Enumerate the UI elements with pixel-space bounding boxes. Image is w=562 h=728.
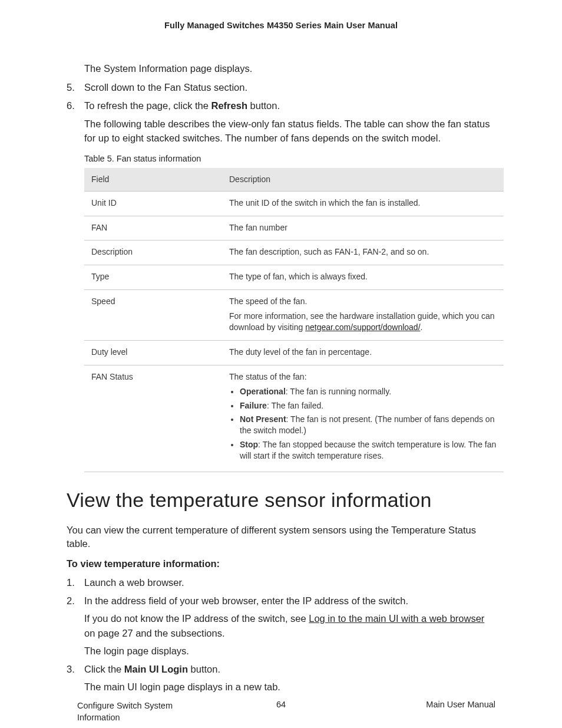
step-number: 3. [67, 662, 75, 677]
step-1: 1. Launch a web browser. [67, 575, 495, 590]
cell-desc: The fan number [222, 216, 504, 241]
para-pre: If you do not know the IP address of the… [84, 613, 309, 624]
cell-field: Description [84, 241, 222, 265]
bullet-bold: Not Present [240, 414, 286, 424]
step-5: 5. Scroll down to the Fan Status section… [67, 80, 495, 95]
step-para-2: The login page displays. [84, 644, 495, 658]
list-item: Operational: The fan is running normally… [240, 386, 497, 397]
step-post: button. [188, 664, 220, 674]
step-text: Click the Main UI Login button. [84, 662, 495, 677]
step-text: In the address field of your web browser… [84, 594, 495, 608]
desc-main: The status of the fan: [229, 372, 307, 381]
intro-para: The System Information page displays. [84, 62, 495, 75]
intro-block: The System Information page displays. [84, 62, 495, 75]
step-text: To refresh the page, click the Refresh b… [84, 98, 495, 113]
step-pre: To refresh the page, click the [84, 100, 211, 111]
step-number: 6. [67, 98, 75, 113]
cell-field: FAN Status [84, 365, 222, 472]
step-para: The following table describes the view-o… [84, 117, 495, 146]
cell-desc: The fan description, such as FAN-1, FAN-… [222, 241, 504, 265]
desc-main: The speed of the fan. [229, 297, 307, 306]
section-para: You can view the current temperature of … [67, 523, 495, 551]
step-pre: Click the [84, 664, 124, 674]
step-para: The main UI login page displays in a new… [84, 680, 495, 694]
step-number: 2. [67, 594, 75, 608]
extra-post: . [421, 322, 423, 332]
desc-extra: For more information, see the hardware i… [229, 311, 497, 333]
step-3: 3. Click the Main UI Login button. The m… [67, 662, 495, 694]
table-row: Description The fan description, such as… [84, 241, 504, 265]
table-row: Duty level The duty level of the fan in … [84, 340, 504, 365]
cell-field: Speed [84, 290, 222, 341]
cell-field: Type [84, 265, 222, 290]
subhead: To view temperature information: [67, 558, 495, 569]
fan-status-table: Field Description Unit ID The unit ID of… [84, 168, 504, 472]
step-text: Launch a web browser. [84, 575, 495, 590]
steps-top: 5. Scroll down to the Fan Status section… [67, 80, 495, 145]
step-bold: Main UI Login [124, 664, 188, 674]
cell-field: Unit ID [84, 191, 222, 216]
table-row: Unit ID The unit ID of the switch in whi… [84, 191, 504, 216]
table-caption: Table 5. Fan status information [84, 154, 495, 163]
table-row: Type The type of fan, which is always fi… [84, 265, 504, 290]
list-item: Stop: The fan stopped because the switch… [240, 439, 497, 462]
col-description: Description [222, 168, 504, 191]
cell-desc: The duty level of the fan in percentage. [222, 340, 504, 365]
step-6: 6. To refresh the page, click the Refres… [67, 98, 495, 146]
login-link[interactable]: Log in to the main UI with a web browser [309, 613, 484, 624]
bullet-bold: Failure [240, 401, 267, 410]
page: Fully Managed Switches M4350 Series Main… [0, 0, 562, 728]
col-field: Field [84, 168, 222, 191]
bullet-text: : The fan stopped because the switch tem… [240, 440, 496, 460]
para-post: on page 27 and the subsections. [84, 628, 225, 638]
list-item: Not Present: The fan is not present. (Th… [240, 414, 497, 436]
cell-field: Duty level [84, 340, 222, 365]
bullet-bold: Stop [240, 440, 258, 449]
cell-desc: The speed of the fan. For more informati… [222, 290, 504, 341]
cell-field: FAN [84, 216, 222, 241]
step-number: 5. [67, 80, 75, 95]
table-row: FAN Status The status of the fan: Operat… [84, 365, 504, 472]
step-post: button. [247, 100, 280, 111]
table-row: Speed The speed of the fan. For more inf… [84, 290, 504, 341]
bullet-bold: Operational [240, 387, 286, 396]
table-row: FAN The fan number [84, 216, 504, 241]
bullet-text: : The fan failed. [267, 401, 323, 410]
step-bold: Refresh [211, 100, 247, 111]
steps-bottom: 1. Launch a web browser. 2. In the addre… [67, 575, 495, 694]
section-heading: View the temperature sensor information [67, 489, 495, 512]
cell-desc: The status of the fan: Operational: The … [222, 365, 504, 472]
download-link[interactable]: netgear.com/support/download/ [305, 322, 420, 332]
table-header-row: Field Description [84, 168, 504, 191]
step-text: Scroll down to the Fan Status section. [84, 80, 495, 95]
bullet-text: : The fan is running normally. [286, 387, 391, 396]
list-item: Failure: The fan failed. [240, 400, 497, 411]
cell-desc: The unit ID of the switch in which the f… [222, 191, 504, 216]
step-2: 2. In the address field of your web brow… [67, 594, 495, 658]
status-list: Operational: The fan is running normally… [229, 386, 497, 462]
footer-right: Main User Manual [426, 700, 495, 709]
step-number: 1. [67, 575, 75, 590]
cell-desc: The type of fan, which is always fixed. [222, 265, 504, 290]
running-head: Fully Managed Switches M4350 Series Main… [67, 21, 495, 30]
step-para: If you do not know the IP address of the… [84, 611, 495, 640]
